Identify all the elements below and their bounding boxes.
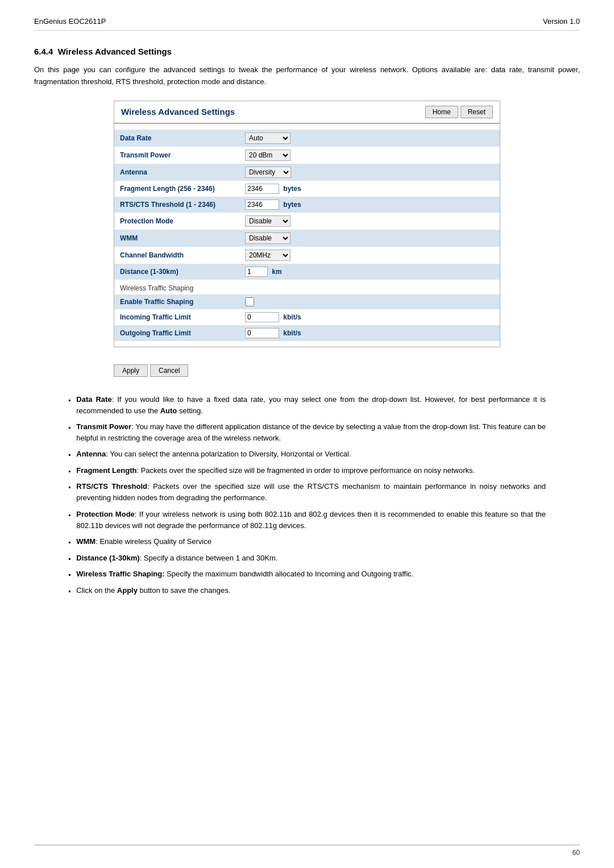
protection-mode-select[interactable]: Disable Enable: [245, 215, 291, 227]
rts-threshold-input[interactable]: [245, 200, 279, 210]
rts-threshold-unit: bytes: [283, 201, 301, 209]
section-heading: Wireless Advanced Settings: [58, 47, 172, 56]
outgoing-traffic-input[interactable]: [245, 328, 279, 338]
table-row: Transmit Power 20 dBm: [114, 147, 500, 164]
field-label-incoming-traffic: Incoming Traffic Limit: [114, 309, 239, 325]
table-row: Fragment Length (256 - 2346) bytes: [114, 181, 500, 197]
intro-text: On this page you can configure the advan…: [34, 64, 580, 88]
traffic-section-label: Wireless Traffic Shaping: [114, 280, 500, 294]
field-value-data-rate: Auto: [239, 130, 500, 147]
field-label-distance: Distance (1-30km): [114, 264, 239, 280]
list-item: Click on the Apply button to save the ch…: [68, 585, 546, 597]
field-value-rts-threshold: bytes: [239, 197, 500, 213]
data-rate-select[interactable]: Auto: [245, 132, 291, 144]
distance-unit: km: [272, 268, 281, 276]
field-value-enable-traffic-shaping: [239, 294, 500, 309]
channel-bandwidth-select[interactable]: 20MHz 40MHz: [245, 250, 291, 261]
incoming-traffic-input[interactable]: [245, 312, 279, 322]
list-item: Fragment Length: Packets over the specif…: [68, 465, 546, 477]
list-item: Data Rate: If you would like to have a f…: [68, 394, 546, 417]
field-value-transmit-power: 20 dBm: [239, 147, 500, 164]
antenna-select[interactable]: Diversity Horizontal Vertical: [245, 167, 291, 178]
list-item: Transmit Power: You may have the differe…: [68, 421, 546, 444]
field-label-transmit-power: Transmit Power: [114, 147, 239, 164]
table-row: Antenna Diversity Horizontal Vertical: [114, 164, 500, 181]
term-antenna: Antenna: [76, 450, 106, 458]
field-value-incoming-traffic: kbit/s: [239, 309, 500, 325]
list-item: Antenna: You can select the antenna pola…: [68, 448, 546, 460]
table-row: WMM Disable Enable: [114, 230, 500, 247]
wmm-select[interactable]: Disable Enable: [245, 232, 291, 244]
field-value-wmm: Disable Enable: [239, 230, 500, 247]
term-data-rate: Data Rate: [76, 395, 111, 404]
table-row: Protection Mode Disable Enable: [114, 213, 500, 230]
field-value-antenna: Diversity Horizontal Vertical: [239, 164, 500, 181]
header-left: EnGenius EOC2611P: [34, 17, 106, 26]
apply-button[interactable]: Apply: [114, 364, 148, 377]
settings-panel: Wireless Advanced Settings Home Reset Da…: [114, 101, 500, 347]
outgoing-traffic-unit: kbit/s: [283, 329, 301, 337]
footer: 60: [34, 845, 580, 857]
field-label-enable-traffic-shaping: Enable Traffic Shaping: [114, 294, 239, 309]
field-value-fragment-length: bytes: [239, 181, 500, 197]
cancel-button[interactable]: Cancel: [150, 364, 188, 377]
action-buttons: Apply Cancel: [114, 359, 500, 377]
table-row: Enable Traffic Shaping: [114, 294, 500, 309]
field-label-channel-bandwidth: Channel Bandwidth: [114, 247, 239, 264]
term-distance: Distance (1-30km): [76, 554, 139, 562]
header-right: Version 1.0: [543, 17, 580, 26]
list-item: Distance (1-30km): Specify a distance be…: [68, 553, 546, 564]
list-item: RTS/CTS Threshold: Packets over the spec…: [68, 481, 546, 504]
term-traffic-shaping: Wireless Traffic Shaping:: [76, 570, 164, 578]
field-label-antenna: Antenna: [114, 164, 239, 181]
term-wmm: WMM: [76, 537, 96, 546]
reset-button[interactable]: Reset: [460, 106, 493, 118]
field-label-protection-mode: Protection Mode: [114, 213, 239, 230]
home-button[interactable]: Home: [425, 106, 458, 118]
table-row: Data Rate Auto: [114, 130, 500, 147]
list-item: WMM: Enable wireless Quality of Service: [68, 536, 546, 548]
field-label-fragment-length: Fragment Length (256 - 2346): [114, 181, 239, 197]
table-row: Distance (1-30km) km: [114, 264, 500, 280]
settings-table: Data Rate Auto Transmit Power 20 dBm: [114, 130, 500, 280]
distance-input[interactable]: [245, 267, 268, 277]
field-value-outgoing-traffic: kbit/s: [239, 325, 500, 341]
bullet-list: Data Rate: If you would like to have a f…: [68, 394, 546, 597]
field-value-distance: km: [239, 264, 500, 280]
term-fragment-length: Fragment Length: [76, 466, 136, 475]
list-item: Wireless Traffic Shaping: Specify the ma…: [68, 568, 546, 580]
fragment-length-input[interactable]: [245, 184, 279, 194]
list-item: Protection Mode: If your wireless networ…: [68, 509, 546, 531]
field-value-channel-bandwidth: 20MHz 40MHz: [239, 247, 500, 264]
field-label-data-rate: Data Rate: [114, 130, 239, 147]
fragment-length-unit: bytes: [283, 185, 301, 193]
traffic-table: Enable Traffic Shaping Incoming Traffic …: [114, 294, 500, 341]
term-rts-threshold: RTS/CTS Threshold: [76, 482, 147, 491]
section-title: 6.4.4 Wireless Advanced Settings: [34, 47, 172, 56]
field-label-wmm: WMM: [114, 230, 239, 247]
table-row: Incoming Traffic Limit kbit/s: [114, 309, 500, 325]
term-transmit-power: Transmit Power: [76, 422, 131, 431]
table-row: Channel Bandwidth 20MHz 40MHz: [114, 247, 500, 264]
panel-title: Wireless Advanced Settings: [121, 107, 235, 117]
table-row: RTS/CTS Threshold (1 - 2346) bytes: [114, 197, 500, 213]
enable-traffic-shaping-checkbox[interactable]: [245, 297, 254, 306]
incoming-traffic-unit: kbit/s: [283, 313, 301, 321]
field-value-protection-mode: Disable Enable: [239, 213, 500, 230]
page-number: 60: [572, 849, 580, 857]
field-label-outgoing-traffic: Outgoing Traffic Limit: [114, 325, 239, 341]
table-row: Outgoing Traffic Limit kbit/s: [114, 325, 500, 341]
field-label-rts-threshold: RTS/CTS Threshold (1 - 2346): [114, 197, 239, 213]
section-number: 6.4.4: [34, 47, 53, 56]
transmit-power-select[interactable]: 20 dBm: [245, 149, 291, 161]
term-protection-mode: Protection Mode: [76, 510, 135, 518]
